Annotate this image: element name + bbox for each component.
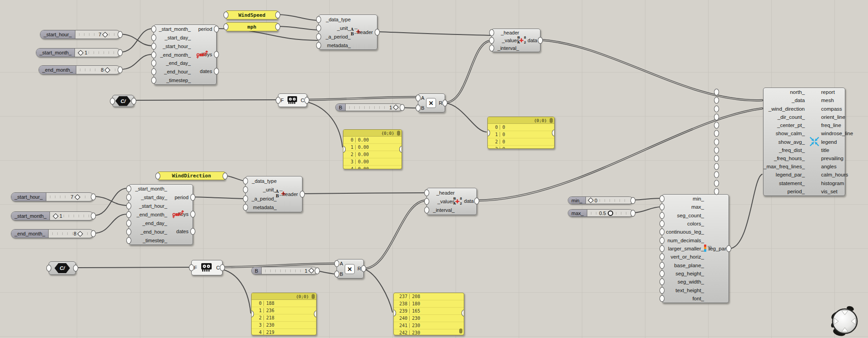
canvas-compass-widget[interactable] (824, 303, 865, 338)
output-port[interactable]: mesh (821, 96, 853, 104)
output-port-nub[interactable] (630, 210, 635, 216)
input-port[interactable]: _freq_dist_ (764, 146, 805, 154)
input-port-nub[interactable] (660, 254, 665, 260)
input-port-nub[interactable] (489, 44, 494, 51)
input-port-nub[interactable] (110, 98, 115, 104)
output-port-nub[interactable] (399, 146, 402, 153)
output-port-nub[interactable] (461, 310, 464, 317)
input-port[interactable]: _end_month_ (129, 211, 167, 219)
slider-end-month-2[interactable]: _end_month_ 8 (11, 229, 94, 238)
output-port-nub[interactable] (118, 67, 123, 73)
slider-knob[interactable] (74, 194, 80, 200)
input-port[interactable]: _center_pt_ (764, 121, 805, 129)
analysis-period-node-2[interactable]: _start_month__start_day__start_hour__end… (129, 184, 193, 245)
slider-knob[interactable] (588, 197, 594, 203)
panel-winddirection[interactable]: WindDirection (158, 171, 225, 180)
output-port[interactable]: histogram (821, 179, 853, 187)
input-port[interactable]: min_ (662, 195, 704, 203)
panel-grip[interactable] (312, 294, 315, 299)
slider-b-1[interactable]: B 1 (335, 103, 402, 111)
input-port-nub[interactable] (316, 42, 321, 49)
input-port[interactable]: show_calm_ (764, 129, 805, 137)
input-port-nub[interactable] (660, 229, 665, 235)
input-port-nub[interactable] (316, 33, 321, 40)
slider-track[interactable]: 1 (50, 212, 93, 220)
input-port-nub[interactable] (660, 295, 665, 302)
output-port[interactable]: R (439, 100, 445, 106)
input-port-nub[interactable] (126, 194, 131, 201)
input-port-nub[interactable] (424, 207, 429, 214)
input-port-nub[interactable] (126, 186, 131, 192)
output-port-nub[interactable] (314, 311, 317, 318)
slider-track[interactable]: 1 (346, 104, 402, 111)
input-port[interactable]: metadata_ (246, 203, 277, 212)
input-port-nub[interactable] (126, 237, 131, 244)
input-port[interactable]: larger_smaller_ (662, 245, 704, 253)
output-port[interactable]: windrose_line (821, 129, 853, 137)
panel-grip[interactable] (459, 328, 462, 333)
panel-windspeed[interactable]: WindSpeed (226, 10, 278, 20)
slider-b-2[interactable]: B 1 (251, 267, 317, 274)
panel-grip[interactable] (550, 118, 553, 123)
input-port[interactable]: max_ (662, 203, 704, 211)
input-port-nub[interactable] (126, 203, 131, 210)
output-port[interactable]: data (464, 198, 476, 204)
slider-end-month-1[interactable]: _end_month_ 8 (39, 65, 120, 74)
input-port-nub[interactable] (243, 195, 248, 202)
output-port-nub[interactable] (375, 29, 380, 36)
slider-max[interactable]: max_ 0.5 (568, 209, 633, 217)
input-port-nub[interactable] (151, 77, 156, 83)
output-port-nub[interactable] (220, 265, 225, 271)
input-port[interactable]: period_ (764, 187, 805, 196)
input-port-nub[interactable] (334, 271, 339, 278)
panel-direction-scrolled[interactable]: 237208238180239165240230241230242230 (393, 293, 464, 335)
slider-knob[interactable] (308, 268, 314, 274)
slider-start-month-2[interactable]: _start_month_ 1 (11, 211, 94, 220)
input-port[interactable]: _end_hour_ (129, 227, 167, 236)
slider-track[interactable]: 1 (75, 49, 120, 57)
input-port[interactable]: show_avg_ (764, 137, 805, 146)
slider-knob[interactable] (78, 50, 84, 56)
input-port-nub[interactable] (126, 211, 131, 218)
input-port-nub[interactable] (151, 34, 156, 41)
input-port[interactable]: _header (492, 29, 519, 37)
input-port[interactable]: colors_ (662, 220, 704, 228)
output-port-nub[interactable] (190, 211, 195, 218)
input-port-nub[interactable] (489, 37, 494, 44)
output-port-nub[interactable] (361, 265, 366, 272)
input-port[interactable]: _values (492, 37, 519, 44)
slider-track[interactable]: 8 (76, 66, 120, 74)
output-port[interactable]: prevailing (821, 154, 853, 162)
output-port-nub[interactable] (131, 98, 136, 104)
slider-track[interactable]: 7 (75, 30, 120, 39)
output-port-nub[interactable] (552, 129, 555, 136)
wind-rose-node[interactable]: north__data_wind_direction_dir_count__ce… (763, 88, 845, 196)
output-port-nub[interactable] (630, 197, 635, 204)
slider-track[interactable]: 1 (262, 267, 317, 274)
output-port-nub[interactable] (304, 97, 309, 104)
input-port-nub[interactable] (151, 26, 156, 33)
input-port-nub[interactable] (714, 147, 719, 153)
slider-min[interactable]: min_ 0 (568, 196, 633, 204)
input-port-nub[interactable] (660, 220, 665, 227)
input-port[interactable]: _max_freq_lines_ (764, 162, 805, 171)
legend-parameters-node[interactable]: min_max_seg_count_colors_continuous_leg_… (662, 194, 729, 303)
input-port[interactable]: metadata_ (319, 41, 351, 49)
output-port-nub[interactable] (190, 194, 195, 201)
construct-header-node-1[interactable]: _data_type_unit__a_period_metadata_ A⋯ B… (318, 15, 377, 50)
input-port-nub[interactable] (416, 95, 421, 102)
input-port[interactable]: legend_par_ (764, 171, 805, 179)
slider-knob[interactable] (608, 211, 613, 216)
input-port-nub[interactable] (126, 228, 131, 235)
input-port-nub[interactable] (223, 12, 228, 19)
input-port[interactable]: seg_width_ (662, 278, 704, 286)
panel-grip[interactable] (397, 131, 400, 136)
input-port-nub[interactable] (714, 105, 719, 112)
input-port-nub[interactable] (155, 172, 160, 179)
output-port[interactable]: dates (176, 228, 193, 235)
output-port-nub[interactable] (400, 104, 405, 111)
output-port-nub[interactable] (300, 191, 305, 198)
input-port[interactable]: _data (764, 96, 805, 104)
input-port-nub[interactable] (660, 245, 665, 252)
multiplication-node-2[interactable]: A B ✕ R (337, 259, 364, 279)
